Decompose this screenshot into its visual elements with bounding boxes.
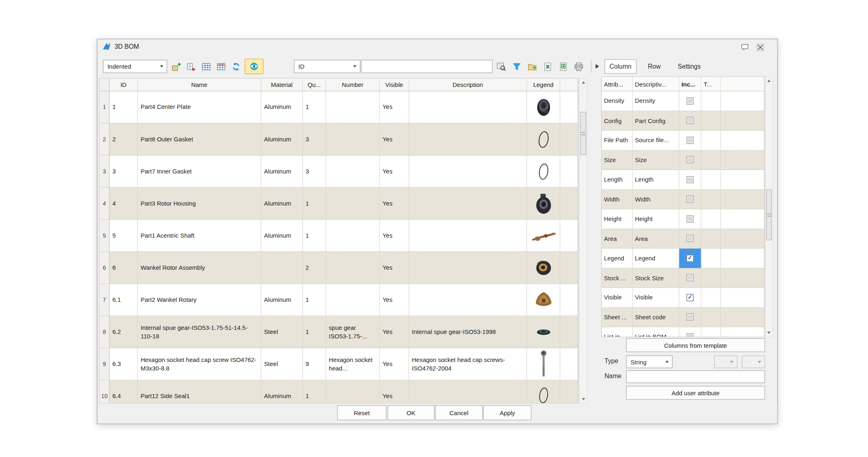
table-row-1[interactable]: 1 1 Part4 Center Plate Aluminum 1 Yes: [100, 91, 578, 123]
include-checkbox-area[interactable]: [686, 235, 694, 242]
reset-button[interactable]: Reset: [337, 405, 386, 420]
include-checkbox-density[interactable]: [686, 97, 694, 105]
add-item-button[interactable]: [169, 59, 183, 74]
attribute-name-input[interactable]: [626, 370, 765, 383]
add-user-attribute-button[interactable]: Add user attribute: [626, 386, 765, 400]
attr-row-config[interactable]: Config Part Config: [602, 111, 764, 130]
attr-row-legend[interactable]: Legend Legend: [602, 249, 764, 268]
tab-column[interactable]: Column: [604, 59, 636, 74]
table-row-9[interactable]: 9 6.3 Hexagon socket head cap screw ISO4…: [100, 348, 578, 380]
cancel-button[interactable]: Cancel: [435, 405, 483, 420]
scroll-up-button[interactable]: [580, 79, 587, 87]
ok-button[interactable]: OK: [387, 405, 435, 420]
open-folder-button[interactable]: [525, 59, 539, 74]
table-row-8[interactable]: 8 6.2 Internal spue gear-ISO53-1.75-51-1…: [100, 316, 578, 348]
table-row-10[interactable]: 10 6.4 Part12 Side Seal1 Aluminum 1 Yes: [100, 380, 578, 403]
view-mode-value: Indented: [107, 63, 131, 69]
attr-row-length[interactable]: Length Length: [602, 170, 764, 189]
include-checkbox-stock[interactable]: [686, 274, 694, 282]
include-checkbox-length[interactable]: [686, 176, 694, 183]
arrow-up-icon: [582, 81, 585, 83]
insert-item-button[interactable]: [184, 59, 198, 74]
table-row-2[interactable]: 2 2 Part8 Outer Gasket Aluminum 3 Yes: [100, 123, 578, 156]
filter-button[interactable]: [509, 59, 524, 74]
attr-row-density[interactable]: Density Density: [602, 91, 764, 111]
scrollbar-thumb[interactable]: [580, 112, 586, 155]
scroll-down-button[interactable]: [580, 395, 587, 403]
table-row-5[interactable]: 5 5 Part1 Acentric Shaft Aluminum 1 Yes: [100, 220, 578, 252]
find-button[interactable]: [494, 59, 508, 74]
table-row-7[interactable]: 7 6.1 Part2 Wankel Rotary Aluminum 1 Yes: [100, 284, 578, 316]
scroll-up-button[interactable]: [766, 77, 772, 84]
tab-settings[interactable]: Settings: [671, 59, 708, 74]
include-checkbox-list-in-bom[interactable]: [686, 333, 694, 337]
attribute-table-scrollbar[interactable]: [765, 76, 773, 337]
include-checkbox-config[interactable]: [686, 117, 694, 124]
attr-row-size[interactable]: Size Size: [602, 150, 764, 170]
attr-row-stock[interactable]: Stock ... Stock Size: [602, 268, 764, 288]
attribute-name: Sheet ...: [602, 308, 632, 327]
attr-row-height[interactable]: Height Height: [602, 209, 764, 229]
include-checkbox-size[interactable]: [686, 156, 694, 164]
cell-material: Aluminum: [261, 188, 303, 220]
speech-bubble-icon: [741, 43, 749, 51]
include-checkbox-legend[interactable]: [686, 255, 694, 262]
attribute-description: Height: [633, 209, 679, 229]
attr-row-file-path[interactable]: File Path Source file...: [602, 131, 764, 150]
include-checkbox-visible[interactable]: [686, 294, 694, 301]
tab-row[interactable]: Row: [641, 59, 667, 74]
close-button[interactable]: [755, 43, 765, 52]
cell-id: 6.1: [110, 284, 138, 316]
table-row-3[interactable]: 3 3 Part7 Inner Gasket Aluminum 3 Yes: [100, 156, 578, 188]
include-checkbox-height[interactable]: [686, 215, 694, 223]
attribute-name: List in...: [602, 327, 632, 337]
attribute-description: Stock Size: [633, 268, 679, 288]
excel-template-button[interactable]: [556, 59, 570, 74]
more-tools-button[interactable]: [593, 59, 602, 74]
table-row-4[interactable]: 4 4 Part3 Rotor Housing Aluminum 1 Yes: [100, 188, 578, 220]
view-mode-combo[interactable]: Indented: [103, 60, 167, 73]
titlebar[interactable]: 3D BOM: [97, 39, 777, 54]
export-excel-button[interactable]: [540, 59, 554, 74]
cell-name: Part1 Acentric Shaft: [138, 220, 261, 252]
row-filler: [721, 190, 764, 209]
type-cell: [701, 170, 721, 189]
cell-description: Hexagon socket head cap screws-ISO4762-2…: [409, 348, 527, 380]
cell-number: [326, 380, 380, 403]
attr-row-visible[interactable]: Visible Visible: [602, 288, 764, 308]
bom-table-scrollbar[interactable]: [579, 78, 587, 403]
sync-with-model-button[interactable]: [245, 58, 263, 74]
include-checkbox-file-path[interactable]: [686, 136, 694, 144]
feedback-button[interactable]: [740, 43, 749, 52]
header-legend: Legend: [527, 79, 560, 91]
attr-row-list-in-bom[interactable]: List in... List in BOM: [602, 327, 764, 337]
type-combo[interactable]: String: [626, 355, 672, 368]
refresh-button[interactable]: [229, 59, 243, 74]
attribute-description: Source file...: [633, 131, 679, 150]
print-button[interactable]: [571, 59, 585, 74]
filter-field-combo[interactable]: ID: [294, 60, 361, 73]
table-row-6[interactable]: 6 6 Wankel Rotor Assembly 2 Yes: [100, 252, 578, 284]
table-rows-button[interactable]: [214, 59, 228, 74]
cell-name: Wankel Rotor Assembly: [138, 252, 261, 284]
unit-combo-1[interactable]: [714, 355, 737, 368]
include-checkbox-sheet[interactable]: [686, 314, 694, 321]
find-icon: [496, 62, 506, 71]
scroll-down-button[interactable]: [766, 329, 772, 337]
search-input[interactable]: [361, 60, 493, 73]
include-checkbox-width[interactable]: [686, 195, 694, 203]
attr-row-width[interactable]: Width Width: [602, 190, 764, 209]
unit-combo-2[interactable]: [742, 355, 765, 368]
attr-row-area[interactable]: Area Area: [602, 229, 764, 249]
include-cell: [679, 190, 701, 209]
legend-cell: [527, 316, 560, 348]
row-number: 9: [100, 348, 110, 380]
scrollbar-thumb[interactable]: [766, 189, 772, 240]
apply-button[interactable]: Apply: [483, 405, 532, 420]
row-number: 1: [100, 91, 110, 123]
chevron-down-icon: [160, 65, 163, 67]
table-columns-button[interactable]: [199, 59, 213, 74]
type-cell: [701, 268, 721, 288]
columns-from-template-button[interactable]: Columns from template: [626, 338, 765, 352]
attr-row-sheet[interactable]: Sheet ... Sheet code: [602, 308, 764, 327]
